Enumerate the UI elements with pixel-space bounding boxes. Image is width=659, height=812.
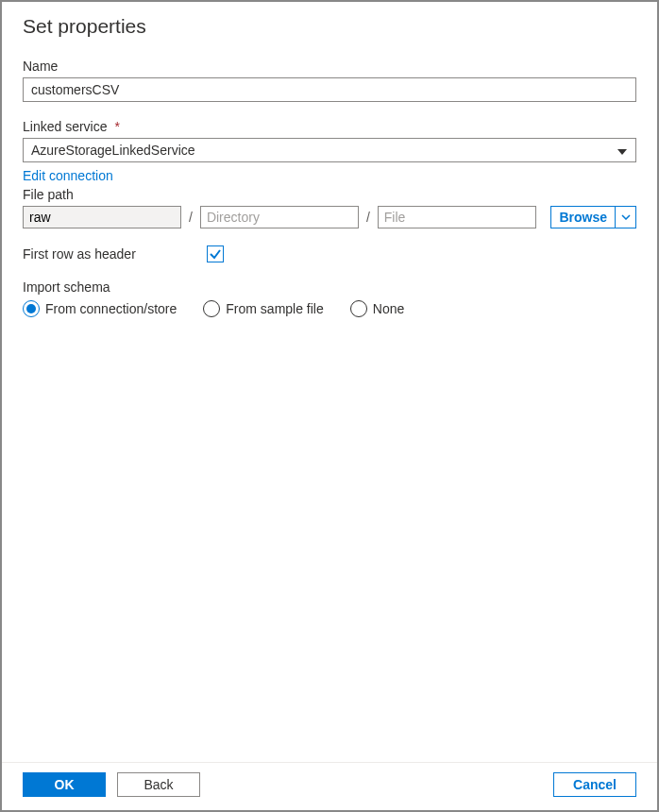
- set-properties-panel: Set properties Name Linked service * Edi…: [0, 0, 659, 812]
- linked-service-select-wrap: [23, 138, 636, 162]
- radio-label: From connection/store: [45, 301, 177, 316]
- radio-label: None: [373, 301, 404, 316]
- radio-icon: [203, 300, 220, 317]
- file-path-row: / / Browse: [23, 206, 636, 228]
- import-schema-label: Import schema: [23, 279, 636, 295]
- browse-dropdown-button[interactable]: [616, 206, 636, 228]
- directory-input[interactable]: [200, 206, 359, 228]
- content-area: Set properties Name Linked service * Edi…: [2, 2, 657, 762]
- footer: OK Back Cancel: [2, 762, 657, 810]
- name-field: Name: [23, 59, 636, 102]
- first-row-header-checkbox[interactable]: [207, 245, 224, 262]
- linked-service-field: Linked service * Edit connection: [23, 119, 636, 183]
- first-row-header-label: First row as header: [23, 246, 207, 262]
- browse-group: Browse: [550, 206, 636, 228]
- radio-icon: [350, 300, 367, 317]
- import-schema-options: From connection/store From sample file N…: [23, 300, 636, 317]
- cancel-button[interactable]: Cancel: [553, 772, 636, 797]
- file-path-field: File path / / Browse: [23, 187, 636, 228]
- path-separator: /: [189, 210, 193, 225]
- linked-service-label-text: Linked service: [23, 119, 108, 134]
- file-path-label: File path: [23, 187, 636, 202]
- container-input[interactable]: [23, 206, 181, 228]
- radio-from-sample-file[interactable]: From sample file: [203, 300, 323, 317]
- linked-service-label: Linked service *: [23, 119, 636, 134]
- path-separator: /: [366, 210, 370, 225]
- required-asterisk: *: [114, 119, 119, 134]
- name-label: Name: [23, 59, 636, 74]
- radio-label: From sample file: [226, 301, 323, 316]
- page-title: Set properties: [23, 15, 636, 38]
- back-button[interactable]: Back: [117, 772, 200, 797]
- linked-service-select[interactable]: [23, 138, 636, 162]
- check-icon: [209, 247, 222, 261]
- import-schema-field: Import schema From connection/store From…: [23, 279, 636, 317]
- file-input[interactable]: [378, 206, 536, 228]
- browse-button[interactable]: Browse: [550, 206, 616, 228]
- radio-from-connection[interactable]: From connection/store: [23, 300, 177, 317]
- radio-icon: [23, 300, 40, 317]
- name-input[interactable]: [23, 77, 636, 102]
- ok-button[interactable]: OK: [23, 772, 106, 797]
- edit-connection-link[interactable]: Edit connection: [23, 168, 113, 183]
- radio-none[interactable]: None: [350, 300, 404, 317]
- chevron-down-icon: [621, 214, 631, 220]
- first-row-header-row: First row as header: [23, 245, 636, 262]
